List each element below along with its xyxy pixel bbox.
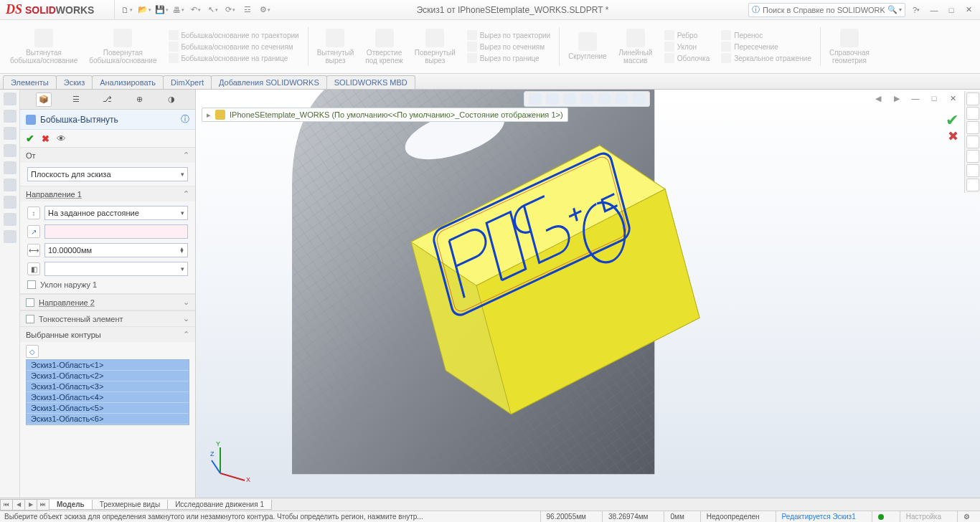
feature-help-icon[interactable]: ⓘ [181,113,189,125]
list-item[interactable]: Эскиз1-Область<5> [27,403,189,414]
side-icon[interactable] [4,110,17,123]
rebuild-button[interactable]: ⟳ [222,3,238,17]
draft[interactable]: Уклон [664,42,710,52]
contours-listbox[interactable]: Эскиз1-Область<1> Эскиз1-Область<2> Эски… [26,359,189,425]
select-button[interactable]: ↖ [205,3,221,17]
tree-expand-icon[interactable]: ▸ [207,110,211,120]
3d-viewport[interactable]: ◀ ▶ ― □ ✕ ▸ IPhoneSEtemplate_WORKS (По у… [196,90,980,498]
intersect[interactable]: Пересечение [721,42,811,52]
side-icon[interactable] [4,161,17,174]
vp-min[interactable]: ― [908,91,923,105]
reverse-dir-button[interactable]: ↕ [27,207,40,219]
rib[interactable]: Ребро [664,30,710,40]
extrude-cut[interactable]: Вытянутый вырез [313,23,359,70]
fm-tab-config[interactable]: ⎇ [100,92,116,107]
hide-show-icon[interactable] [563,93,576,105]
end-condition-combo[interactable]: На заданное расстояние▾ [44,206,188,220]
print-button[interactable]: 🖶 [171,3,187,17]
view-icon[interactable] [615,93,628,105]
search-icon[interactable]: 🔍 [887,5,897,14]
direction-icon[interactable]: ↗ [27,225,40,238]
sweep-boss[interactable]: Бобышка/основание по траектории [169,30,299,40]
draft-outward-check[interactable]: Уклон наружу 1 [27,280,188,289]
minimize-button[interactable]: ― [927,3,941,17]
display-style-icon[interactable] [546,93,559,105]
view-icon[interactable] [632,93,645,105]
view-orientation-icon[interactable] [529,93,542,105]
loft-boss[interactable]: Бобышка/основание по сечениям [169,42,299,52]
help-search-input[interactable] [763,6,885,14]
vp-close[interactable]: ✕ [946,91,960,105]
cancel-button[interactable]: ✖ [42,133,50,144]
tab-dimxpert[interactable]: DimXpert [163,75,212,89]
ok-button[interactable]: ✔ [26,133,34,144]
vp-prev[interactable]: ◀ [871,91,885,105]
open-button[interactable]: 📂 [136,3,152,17]
restore-button[interactable]: □ [944,3,958,17]
fm-tab-feature[interactable]: 📦 [36,92,52,107]
collapse-icon[interactable]: ⌃ [183,151,189,160]
tab-nav-next[interactable]: ▶ [24,499,37,511]
undo-button[interactable]: ↶ [188,3,204,17]
list-item[interactable]: Эскиз1-Область<6> [27,414,189,424]
side-icon[interactable] [4,196,17,209]
view-icon[interactable] [598,93,611,105]
list-item[interactable]: Эскиз1-Область<1> [27,360,189,371]
save-button[interactable]: 💾 [154,3,169,17]
taskpane-forum-icon[interactable] [966,179,979,191]
preview-button[interactable]: 👁 [57,133,66,144]
thin-feature-section[interactable]: Тонкостенный элемент ⌄ [20,310,195,327]
settings-button[interactable]: ⚙ [257,3,273,17]
confirm-corner-ok[interactable]: ✔ [946,111,958,130]
depth-input[interactable]: 10.00000мм▲▼ [44,243,188,257]
new-button[interactable]: 🗋 [119,3,135,17]
wrap[interactable]: Перенос [721,30,811,40]
view-settings-icon[interactable] [580,93,593,105]
fm-tab-property[interactable]: ☰ [68,92,84,107]
side-icon[interactable] [4,213,17,226]
boundary-boss[interactable]: Бобышка/основание на границе [169,53,299,63]
sweep-cut[interactable]: Вырез по траектории [467,30,550,40]
taskpane-appear-icon[interactable] [966,150,979,163]
close-button[interactable]: ✕ [961,3,976,17]
direction-field[interactable] [44,224,188,239]
side-icon[interactable] [4,127,17,140]
collapse-icon[interactable]: ⌃ [183,330,189,339]
mirror[interactable]: Зеркальное отражение [721,53,811,63]
revolve-boss[interactable]: Повернутая бобышка/основание [85,23,161,70]
status-gear-icon[interactable]: ⚙ [957,511,976,523]
tab-evaluate[interactable]: Анализировать [92,75,164,89]
vp-next[interactable]: ▶ [890,91,904,105]
fm-tab-dim[interactable]: ⊕ [131,92,147,107]
taskpane-lib-icon[interactable] [966,107,979,120]
revolve-cut[interactable]: Повернутый вырез [410,23,460,70]
tab-nav-last[interactable]: ⏭ [37,499,50,511]
direction2-section[interactable]: Направление 2 ⌄ [20,294,195,310]
merge-field[interactable]: ▾ [44,262,188,276]
flyout-tree[interactable]: ▸ IPhoneSEtemplate_WORKS (По умолчанию<<… [202,108,568,122]
confirm-corner-cancel[interactable]: ✖ [948,128,958,144]
side-icon[interactable] [4,230,17,243]
tab-features[interactable]: Элементы [3,75,57,89]
tab-model[interactable]: Модель [49,500,93,510]
taskpane-prop-icon[interactable] [966,164,979,177]
list-item[interactable]: Эскиз1-Область<4> [27,392,189,403]
help-search[interactable]: ⓘ 🔍 ▾ [748,3,905,17]
from-combo[interactable]: Плоскость для эскиза▾ [27,167,188,181]
shell[interactable]: Оболочка [664,53,710,63]
side-icon[interactable] [4,144,17,157]
collapse-icon[interactable]: ⌃ [183,189,189,199]
fm-tab-display[interactable]: ◑ [164,92,179,107]
tab-motion[interactable]: Исследование движения 1 [167,500,272,510]
list-item[interactable]: Эскиз1-Область<3> [27,381,189,392]
tab-sketch[interactable]: Эскиз [56,75,93,89]
orientation-triad[interactable]: Y X Z [210,440,253,483]
merge-icon[interactable]: ◧ [27,262,40,275]
tab-addins[interactable]: Добавления SOLIDWORKS [211,75,327,89]
boundary-cut[interactable]: Вырез по границе [467,53,550,63]
tab-nav-prev[interactable]: ◀ [12,499,25,511]
vp-max[interactable]: □ [927,91,941,105]
tab-mbd[interactable]: SOLIDWORKS MBD [326,75,415,89]
extrude-boss[interactable]: Вытянутая бобышка/основание [6,23,82,70]
linear-pattern[interactable]: Линейный массив [614,23,657,70]
